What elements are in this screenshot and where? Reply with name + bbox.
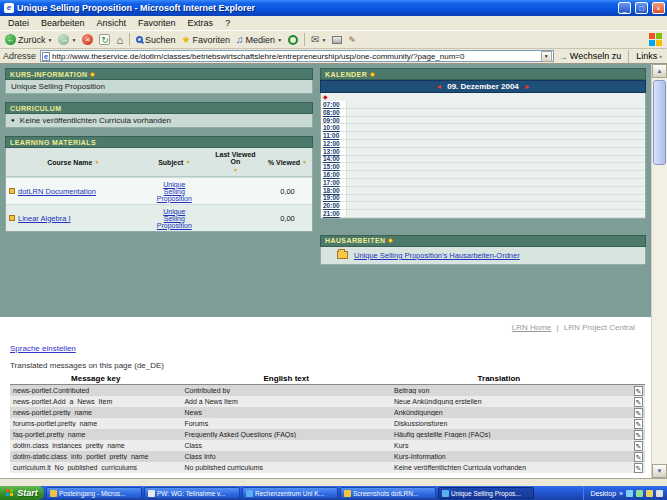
column-subject[interactable]: Subject ▼ — [141, 148, 208, 176]
calendar-time-link[interactable]: 07:00 — [321, 101, 347, 108]
subject-link[interactable]: Unique Selling Proposition — [152, 208, 196, 229]
tray-icon[interactable] — [656, 490, 663, 497]
subject-link[interactable]: Unique Selling Proposition — [152, 181, 196, 202]
calendar-time-link[interactable]: 17:00 — [321, 179, 347, 186]
lrn-home-link[interactable]: LRN Home — [512, 323, 552, 332]
sort-icon: ▼ — [94, 159, 99, 165]
calendar-time-link[interactable]: 16:00 — [321, 171, 347, 178]
history-button[interactable] — [285, 32, 301, 48]
edit-translation-icon[interactable]: ✎ — [634, 463, 643, 473]
desktop-toolbar-label[interactable]: Desktop — [590, 490, 616, 497]
course-link[interactable]: Linear Algebra I — [18, 214, 71, 223]
tray-icon[interactable] — [626, 490, 633, 497]
edit-translation-icon[interactable]: ✎ — [634, 386, 643, 396]
calendar-time-link[interactable]: 15:00 — [321, 163, 347, 170]
menu-favoriten[interactable]: Favoriten — [132, 17, 182, 29]
calendar-time-link[interactable]: 20:00 — [321, 202, 347, 209]
menu-datei[interactable]: Datei — [2, 17, 35, 29]
menu-bearbeiten[interactable]: Bearbeiten — [35, 17, 91, 29]
edit-translation-icon[interactable]: ✎ — [634, 430, 643, 440]
scroll-down-icon[interactable]: ▼ — [652, 464, 667, 478]
portlet-options-icon[interactable] — [370, 72, 375, 77]
calendar-time-link[interactable]: 21:00 — [321, 210, 347, 217]
minimize-button[interactable]: _ — [618, 2, 631, 14]
calendar-time-link[interactable]: 12:00 — [321, 140, 347, 147]
lrn-project-central-link[interactable]: LRN Project Central — [564, 323, 635, 332]
portlet-options-icon[interactable] — [90, 72, 95, 77]
calendar-time-link[interactable]: 14:00 — [321, 156, 347, 163]
calendar-time-link[interactable]: 09:00 — [321, 117, 347, 124]
refresh-button[interactable]: ↻ — [96, 32, 113, 48]
media-button[interactable]: ♫ Medien ▼ — [233, 32, 285, 48]
english-text-cell: Frequently Asked Questions (FAQs) — [181, 431, 391, 438]
calendar-time-link[interactable]: 08:00 — [321, 109, 347, 116]
calendar-time-link[interactable]: 18:00 — [321, 187, 347, 194]
portlet-options-icon[interactable] — [388, 238, 393, 243]
media-icon: ♫ — [236, 34, 244, 45]
taskbar-button-rechenzentrum[interactable]: Rechenzentrum Uni K... — [242, 487, 338, 499]
address-bar: Adresse e ▼ → Wechseln zu Links » — [0, 49, 667, 64]
prev-day-icon[interactable]: ◄ — [435, 83, 442, 90]
calendar-time-link[interactable]: 11:00 — [321, 132, 347, 139]
column-last-viewed[interactable]: Last Viewed On ▼ — [208, 148, 263, 176]
table-row: dotLRN Documentation Unique Selling Prop… — [6, 177, 312, 204]
home-button[interactable]: ⌂ — [113, 32, 126, 48]
mail-button[interactable]: ✉ ▼ — [308, 32, 329, 48]
search-label: Suchen — [145, 35, 176, 45]
favorites-star-icon: ★ — [182, 34, 191, 45]
go-button[interactable]: → Wechseln zu — [558, 51, 621, 62]
scroll-up-icon[interactable]: ▲ — [652, 64, 667, 78]
next-day-icon[interactable]: ► — [524, 83, 531, 90]
back-dropdown-icon[interactable]: ▼ — [48, 37, 53, 43]
address-input[interactable] — [52, 51, 539, 61]
forward-dropdown-icon[interactable]: ▼ — [71, 37, 76, 43]
calendar-time-link[interactable]: 19:00 — [321, 195, 347, 202]
start-button[interactable]: Start — [0, 486, 44, 500]
taskbar-button-mail[interactable]: PW: WG: Teilnahme v... — [144, 487, 240, 499]
start-label: Start — [17, 488, 38, 498]
edit-translation-icon[interactable]: ✎ — [634, 452, 643, 462]
edit-translation-icon[interactable]: ✎ — [634, 397, 643, 407]
media-dropdown-icon[interactable]: ▼ — [277, 37, 282, 43]
print-button[interactable] — [329, 32, 345, 48]
translation-cell: Ankündigungen — [391, 409, 607, 416]
taskbar-button-usp-active[interactable]: Unique Selling Propos... — [438, 487, 534, 499]
search-icon — [136, 36, 143, 43]
search-button[interactable]: Suchen — [133, 32, 179, 48]
address-dropdown-icon[interactable]: ▼ — [541, 51, 552, 62]
page-icon: e — [42, 52, 50, 61]
calendar-time-link[interactable]: 13:00 — [321, 148, 347, 155]
stop-button[interactable]: × — [79, 32, 96, 48]
edit-translation-icon[interactable]: ✎ — [634, 408, 643, 418]
actions-cell: ✎ — [607, 408, 645, 418]
message-key-cell: forums-portlet.pretty_name — [10, 420, 181, 427]
menu-extras[interactable]: Extras — [182, 17, 220, 29]
tray-icon[interactable] — [646, 490, 653, 497]
forward-button[interactable]: → ▼ — [55, 32, 79, 48]
favorites-button[interactable]: ★ Favoriten — [179, 32, 234, 48]
course-link[interactable]: dotLRN Documentation — [18, 187, 96, 196]
menu-ansicht[interactable]: Ansicht — [91, 17, 133, 29]
scrollbar-thumb[interactable] — [653, 80, 666, 165]
edit-button[interactable]: ✎ — [345, 32, 359, 48]
maximize-button[interactable]: □ — [635, 2, 648, 14]
scrollbar-track[interactable] — [652, 78, 667, 464]
edit-translation-icon[interactable]: ✎ — [634, 419, 643, 429]
column-course-name[interactable]: Course Name ▼ — [6, 148, 141, 176]
homework-folder-link[interactable]: Unique Selling Proposition's Hausarbeite… — [354, 251, 520, 260]
calendar-time-link[interactable]: 10:00 — [321, 124, 347, 131]
mail-dropdown-icon[interactable]: ▼ — [321, 37, 326, 43]
tray-icon[interactable] — [636, 490, 643, 497]
taskbar-button-outlook[interactable]: Posteingang - Micros... — [46, 487, 142, 499]
vertical-scrollbar[interactable]: ▲ ▼ — [651, 64, 667, 478]
close-button[interactable]: × — [652, 2, 665, 14]
back-button[interactable]: ← Zurück ▼ — [2, 32, 55, 48]
column-pct-viewed[interactable]: % Viewed ▼ — [263, 148, 312, 176]
menu-hilfe[interactable]: ? — [219, 17, 236, 29]
links-toolbar[interactable]: Links » — [636, 51, 664, 61]
back-label: Zurück — [18, 35, 46, 45]
set-language-link[interactable]: Sprache einstellen — [10, 344, 76, 353]
edit-translation-icon[interactable]: ✎ — [634, 441, 643, 451]
taskbar-button-screenshots[interactable]: Screenshots dotLRN... — [340, 487, 436, 499]
desktop-chevron-icon[interactable]: » — [619, 490, 623, 497]
